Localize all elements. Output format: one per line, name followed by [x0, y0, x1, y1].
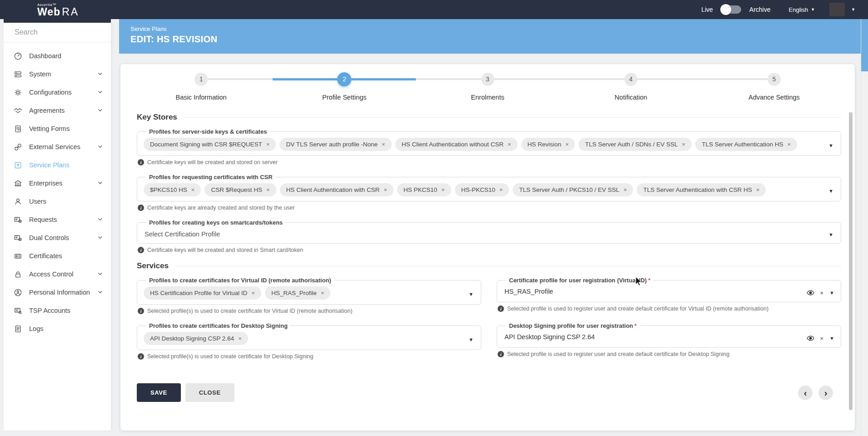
dropdown-caret-icon[interactable]: ▼	[828, 188, 833, 194]
remove-chip-icon[interactable]: ×	[624, 186, 627, 193]
chip[interactable]: HS_RAS_Profile×	[265, 286, 330, 300]
helper-text: Selected profile is used to register use…	[507, 351, 729, 357]
product-name-web: Web	[37, 6, 60, 18]
remove-chip-icon[interactable]: ×	[788, 141, 791, 148]
virtual-id-profiles-field[interactable]: Profiles to create certificates for Virt…	[137, 277, 481, 305]
chip-list: API Desktop Signing CSP 2.64×	[144, 332, 449, 345]
chip[interactable]: HS Revision×	[521, 138, 575, 151]
remove-chip-icon[interactable]: ×	[266, 141, 270, 148]
sidebar-item-requests[interactable]: Requests	[4, 210, 111, 229]
smartcard-profiles-field[interactable]: Profiles for creating keys on smartcards…	[137, 219, 841, 244]
desktop-profiles-field[interactable]: Profiles to create certificates for Desk…	[137, 322, 481, 350]
toggle-knob[interactable]	[720, 4, 731, 15]
chip[interactable]: HS-PKCS10×	[455, 183, 509, 196]
step-profile-settings[interactable]: 2 Profile Settings	[273, 71, 416, 101]
step-number[interactable]: 3	[481, 73, 494, 86]
save-button[interactable]: SAVE	[137, 383, 181, 402]
services-grid: Profiles to create certificates for Virt…	[137, 277, 841, 368]
chip[interactable]: $PKCS10 HS×	[144, 183, 201, 196]
app-logo[interactable]: Ascertia™ WebRA	[4, 0, 111, 23]
remove-chip-icon[interactable]: ×	[441, 186, 445, 193]
sidebar-item-certificates[interactable]: Certificates	[4, 247, 111, 265]
remove-chip-icon[interactable]: ×	[508, 141, 511, 148]
window-scrollbar[interactable]	[861, 19, 868, 436]
desktop-registration-field[interactable]: Desktop Signing profile for user registr…	[497, 322, 841, 348]
preview-eye-icon[interactable]	[807, 290, 814, 296]
sidebar-item-external-services[interactable]: External Services	[4, 138, 111, 156]
chip[interactable]: TLS Server Auth / PKCS10 / EV SSL×	[513, 183, 633, 196]
dropdown-caret-icon[interactable]: ▼	[829, 291, 834, 296]
chip[interactable]: HS PKCS10×	[397, 183, 451, 196]
step-connector	[416, 78, 481, 80]
sidebar-item-vetting-forms[interactable]: Vetting Forms	[4, 120, 111, 138]
card-scrollbar[interactable]	[849, 112, 853, 410]
box-up-arrow-icon	[14, 161, 22, 170]
chip[interactable]: HS Client Authentication with CSR×	[280, 183, 394, 196]
sidebar-item-service-plans[interactable]: Service Plans	[4, 156, 111, 174]
remove-chip-icon[interactable]: ×	[191, 186, 195, 193]
chip[interactable]: HS Certification Profile for Virtual ID×	[144, 286, 261, 300]
step-number[interactable]: 5	[768, 73, 781, 86]
selected-value[interactable]: API Desktop Signing CSP 2.64	[504, 332, 809, 343]
sidebar-item-dual-controls[interactable]: Dual Controls	[4, 229, 111, 247]
server-side-profiles-field[interactable]: Profiles for server-side keys & certific…	[137, 128, 841, 156]
chip[interactable]: API Desktop Signing CSP 2.64×	[144, 332, 248, 345]
sidebar-item-users[interactable]: Users	[4, 192, 111, 210]
step-notification[interactable]: 4 Notification	[559, 71, 703, 101]
sidebar-item-configurations[interactable]: Configurations	[4, 83, 111, 101]
clear-icon[interactable]: ×	[820, 336, 824, 341]
remove-chip-icon[interactable]: ×	[499, 186, 503, 193]
next-step-button[interactable]: ›	[818, 386, 833, 400]
live-archive-toggle[interactable]	[721, 5, 741, 14]
clear-icon[interactable]: ×	[820, 290, 824, 296]
step-number[interactable]: 4	[624, 73, 638, 86]
chip[interactable]: DV TLS Server auth profile -None×	[279, 138, 391, 151]
remove-chip-icon[interactable]: ×	[756, 186, 760, 193]
chip[interactable]: CSR $Request HS×	[205, 183, 276, 196]
remove-chip-icon[interactable]: ×	[384, 186, 387, 193]
remove-chip-icon[interactable]: ×	[565, 141, 569, 148]
dropdown-caret-icon[interactable]: ▼	[469, 291, 474, 297]
step-basic-information[interactable]: 1 Basic Information	[130, 71, 273, 101]
step-advance-settings[interactable]: 5 Advance Settings	[703, 71, 846, 101]
csr-profiles-field[interactable]: Profiles for requesting certificates wit…	[137, 174, 841, 201]
virtual-id-registration-field[interactable]: Certificate profile for user registratio…	[497, 277, 841, 302]
remove-chip-icon[interactable]: ×	[238, 335, 242, 342]
chip[interactable]: TLS Server Authentication HS×	[695, 138, 797, 151]
chip[interactable]: Document Signing with CSR $REQUEST×	[144, 138, 276, 151]
link-icon	[14, 143, 22, 151]
dropdown-caret-icon[interactable]: ▼	[828, 232, 833, 237]
field-label: Profiles for server-side keys & certific…	[146, 128, 269, 135]
sidebar-item-access-control[interactable]: Access Control	[4, 265, 111, 283]
chip[interactable]: HS Client Authentication without CSR×	[395, 138, 518, 151]
sidebar-item-system[interactable]: System	[4, 65, 111, 83]
step-number[interactable]: 2	[337, 72, 351, 86]
sidebar-item-agreements[interactable]: Agreements	[4, 101, 111, 120]
step-number[interactable]: 1	[195, 73, 208, 86]
step-enrolments[interactable]: 3 Enrolments	[416, 71, 559, 101]
sidebar-item-enterprises[interactable]: Enterprises	[4, 174, 111, 192]
remove-chip-icon[interactable]: ×	[266, 186, 270, 193]
dropdown-caret-icon[interactable]: ▼	[829, 336, 834, 341]
remove-chip-icon[interactable]: ×	[321, 290, 324, 296]
sidebar-item-personal-information[interactable]: Personal Information	[4, 283, 111, 301]
close-button[interactable]: CLOSE	[185, 383, 234, 402]
remove-chip-icon[interactable]: ×	[682, 141, 686, 148]
previous-step-button[interactable]: ‹	[798, 386, 813, 400]
dropdown-caret-icon[interactable]: ▼	[469, 337, 474, 342]
chevron-down-icon[interactable]: ▼	[851, 7, 855, 12]
selected-value[interactable]: HS_RAS_Profile	[504, 286, 809, 297]
preview-eye-icon[interactable]	[807, 336, 814, 341]
sidebar-item-tsp-accounts[interactable]: TSP Accounts	[4, 301, 111, 320]
sidebar-item-dashboard[interactable]: Dashboard	[4, 47, 111, 65]
remove-chip-icon[interactable]: ×	[382, 141, 385, 148]
dropdown-caret-icon[interactable]: ▼	[828, 143, 833, 148]
avatar[interactable]	[829, 3, 845, 16]
chip[interactable]: TLS Server Authentication with CSR HS×	[637, 183, 766, 196]
remove-chip-icon[interactable]: ×	[251, 290, 255, 296]
select-placeholder[interactable]: Select Certification Profile	[144, 229, 809, 239]
chip[interactable]: TLS Server Auth / SDNs / EV SSL×	[579, 138, 692, 151]
search-input[interactable]	[15, 28, 109, 36]
sidebar-item-logs[interactable]: Logs	[4, 320, 111, 338]
language-selector[interactable]: English ▼	[789, 6, 815, 13]
